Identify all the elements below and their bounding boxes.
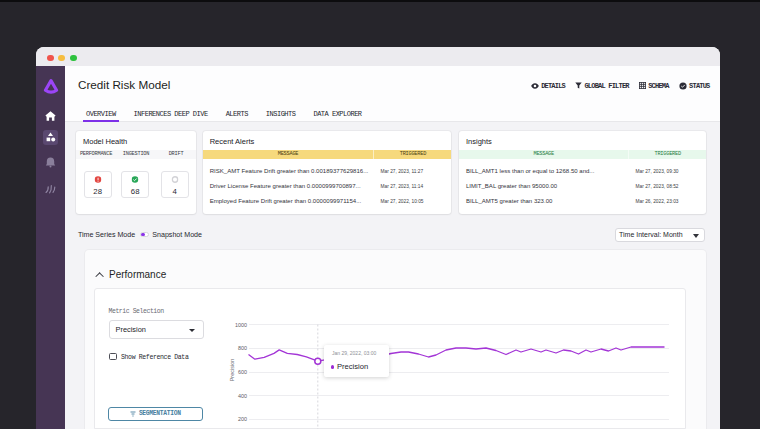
svg-text:800: 800 — [238, 345, 247, 351]
svg-text:1000: 1000 — [235, 322, 247, 328]
svg-text:Precision: Precision — [229, 359, 235, 382]
svg-text:600: 600 — [238, 369, 247, 375]
svg-text:200: 200 — [238, 416, 247, 422]
svg-text:400: 400 — [238, 393, 247, 399]
